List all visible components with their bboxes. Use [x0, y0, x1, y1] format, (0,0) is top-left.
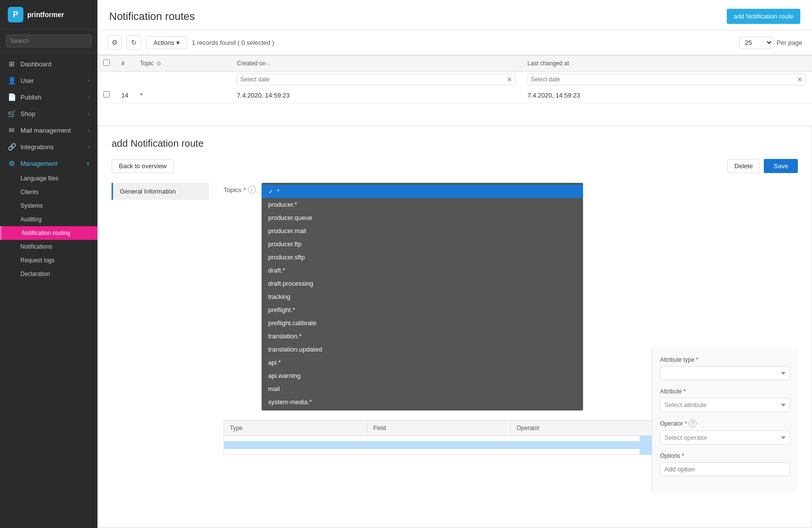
attribute-type-field: Attribute type * — [660, 356, 790, 380]
topics-info-icon[interactable]: i — [248, 186, 256, 194]
gear-icon: ⚙ — [112, 39, 118, 46]
topic-option-all[interactable]: ✓ * — [262, 185, 583, 198]
chevron-right-icon-integrations: › — [88, 144, 90, 150]
chevron-down-icon-actions: ▾ — [176, 39, 180, 46]
sidebar-nav: ⊞ Dashboard 👤 User › 📄 Publish › 🛒 Shop … — [0, 53, 97, 528]
attribute-type-label: Attribute type * — [660, 356, 790, 363]
sidebar-item-systems[interactable]: Systems — [0, 199, 97, 213]
sidebar-item-mail[interactable]: ✉ Mail management › — [0, 122, 97, 138]
filter-icon[interactable]: ⊘ — [156, 60, 161, 67]
topics-label: Topics * i — [224, 183, 256, 194]
form-layout: General Information Topics * i ✓ — [112, 183, 798, 469]
sidebar-item-dashboard[interactable]: ⊞ Dashboard — [0, 56, 97, 72]
sidebar-item-language-files[interactable]: Language files — [0, 172, 97, 185]
clear-last-changed-date-button[interactable]: ✕ — [797, 76, 803, 83]
cond-field-cell — [362, 441, 501, 449]
operator-label: Operator * ? — [660, 420, 790, 428]
topic-option-producer-sftp[interactable]: producer.sftp — [262, 251, 583, 264]
topic-option-translation-star[interactable]: translation.* — [262, 330, 583, 343]
sidebar: P printformer ⊞ Dashboard 👤 User › 📄 Pub… — [0, 0, 97, 528]
sidebar-logo: P printformer — [0, 0, 97, 30]
data-table: # Topic ⊘ Created on ↓ Last changed at — [97, 55, 812, 103]
sidebar-item-management[interactable]: ⚙ Management ∨ — [0, 155, 97, 172]
attribute-type-select[interactable] — [660, 366, 790, 380]
row-id: 14 — [115, 87, 134, 103]
sidebar-item-declaration[interactable]: Declaration — [0, 267, 97, 281]
topic-option-producer-ftp[interactable]: producer.ftp — [262, 237, 583, 251]
col-header-created-on[interactable]: Created on ↓ — [231, 56, 521, 72]
options-label: Options * — [660, 452, 790, 459]
per-page-label: Per page — [776, 39, 802, 46]
mail-icon: ✉ — [8, 126, 16, 134]
topic-option-api-warning[interactable]: api.warning — [262, 369, 583, 382]
general-information-tab[interactable]: General Information — [112, 183, 209, 200]
sidebar-item-integrations[interactable]: 🔗 Integrations › — [0, 138, 97, 155]
per-page-select[interactable]: 25 50 100 — [739, 37, 774, 49]
topic-option-preflight-star[interactable]: preflight.* — [262, 303, 583, 316]
search-input[interactable] — [6, 35, 92, 47]
select-all-checkbox[interactable] — [103, 59, 110, 66]
topic-option-producer-queue[interactable]: producer.queue — [262, 211, 583, 224]
back-to-overview-button[interactable]: Back to overview — [112, 159, 174, 173]
attribute-label: Attribute * — [660, 388, 790, 395]
operator-select[interactable]: Select operator — [660, 430, 790, 445]
topic-option-api-star[interactable]: api.* — [262, 356, 583, 369]
save-button[interactable]: Save — [764, 159, 798, 173]
check-icon: ✓ — [268, 188, 273, 195]
logo-text: printformer — [27, 11, 64, 19]
row-created-on: 7.4.2020, 14:59:23 — [231, 87, 521, 103]
topic-option-tracking[interactable]: tracking — [262, 290, 583, 303]
add-notification-route-modal: add Notification route Back to overview … — [97, 126, 812, 528]
topics-dropdown[interactable]: ✓ * producer.* producer.queue producer.m… — [262, 183, 583, 411]
sidebar-search-container — [0, 30, 97, 53]
row-last-changed: 7.4.2020, 14:59:23 — [522, 87, 812, 103]
sidebar-item-shop[interactable]: 🛒 Shop › — [0, 105, 97, 122]
attribute-select[interactable]: Select attribute — [660, 398, 790, 412]
topic-option-preflight-calibrate[interactable]: preflight.calibrate — [262, 316, 583, 330]
created-on-date-input[interactable] — [240, 76, 504, 83]
topic-option-producer-star[interactable]: producer.* — [262, 198, 583, 211]
last-changed-date-filter: ✕ — [528, 74, 806, 85]
add-notification-route-button[interactable]: add Notification route — [727, 9, 800, 24]
modal-actions-bar: Back to overview Delete Save — [112, 159, 798, 173]
sidebar-item-auditlog[interactable]: Auditlog — [0, 213, 97, 226]
col-header-last-changed: Last changed at — [522, 56, 812, 72]
topic-option-mail[interactable]: mail — [262, 382, 583, 395]
chevron-right-icon-mail: › — [88, 128, 90, 133]
modal-title: add Notification route — [112, 138, 798, 149]
cond-col-operator: Operator — [511, 421, 654, 435]
sidebar-item-publish[interactable]: 📄 Publish › — [0, 89, 97, 105]
options-input[interactable] — [660, 462, 790, 476]
sidebar-item-user[interactable]: 👤 User › — [0, 72, 97, 89]
row-checkbox[interactable] — [103, 91, 110, 98]
refresh-button[interactable]: ↻ — [127, 35, 141, 50]
dashboard-icon: ⊞ — [8, 60, 16, 68]
publish-icon: 📄 — [8, 93, 16, 101]
options-field: Options * — [660, 452, 790, 476]
clear-created-date-button[interactable]: ✕ — [507, 76, 512, 83]
toolbar: ⚙ ↻ Actions ▾ 1 records found ( 0 select… — [97, 30, 812, 55]
sidebar-item-notification-routing[interactable]: Notification routing — [0, 226, 97, 240]
attribute-field: Attribute * Select attribute — [660, 388, 790, 412]
topic-option-system-media-star[interactable]: system-media.* — [262, 395, 583, 409]
cond-col-field: Field — [367, 421, 510, 435]
logo-icon: P — [8, 7, 23, 22]
chevron-right-icon-publish: › — [88, 95, 90, 100]
delete-button[interactable]: Delete — [727, 159, 760, 173]
col-header-hash: # — [115, 56, 134, 72]
last-changed-date-input[interactable] — [531, 76, 795, 83]
cond-operator-cell — [501, 441, 640, 449]
topic-option-producer-mail[interactable]: producer.mail — [262, 224, 583, 237]
operator-help-icon[interactable]: ? — [689, 420, 697, 428]
topic-option-draft-processing[interactable]: draft.processing — [262, 277, 583, 290]
shop-icon: 🛒 — [8, 110, 16, 117]
topic-option-translation-updated[interactable]: translation.updated — [262, 343, 583, 356]
user-icon: 👤 — [8, 77, 16, 84]
settings-button[interactable]: ⚙ — [107, 35, 122, 50]
sidebar-item-request-logs[interactable]: Request logs — [0, 254, 97, 267]
topic-option-draft-star[interactable]: draft.* — [262, 264, 583, 277]
sidebar-item-clients[interactable]: Clients — [0, 185, 97, 199]
refresh-icon: ↻ — [131, 39, 137, 46]
sidebar-item-notifications[interactable]: Notifications — [0, 240, 97, 254]
actions-button[interactable]: Actions ▾ — [146, 36, 187, 49]
